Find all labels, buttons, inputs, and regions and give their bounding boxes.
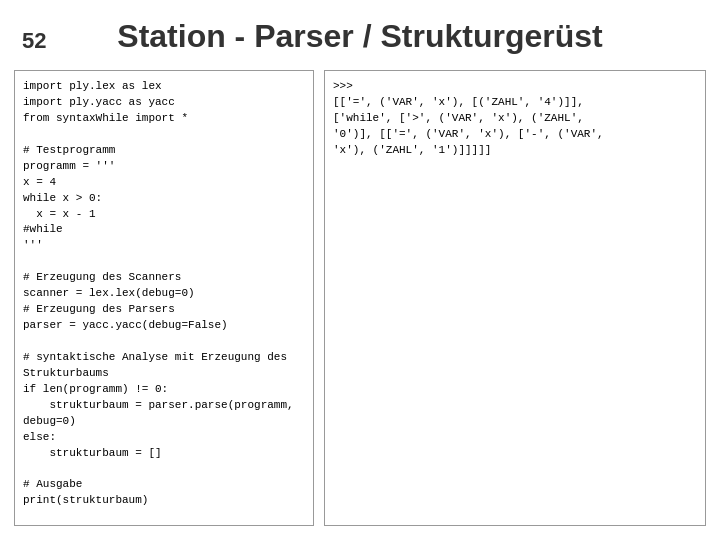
content-area: import ply.lex as lex import ply.yacc as… <box>14 70 706 526</box>
slide-container: 52 Station - Parser / Strukturgerüst imp… <box>0 0 720 540</box>
output-panel: >>> [['=', ('VAR', 'x'), [('ZAHL', '4')]… <box>324 70 706 526</box>
code-panel: import ply.lex as lex import ply.yacc as… <box>14 70 314 526</box>
slide-title: Station - Parser / Strukturgerüst <box>0 18 720 55</box>
